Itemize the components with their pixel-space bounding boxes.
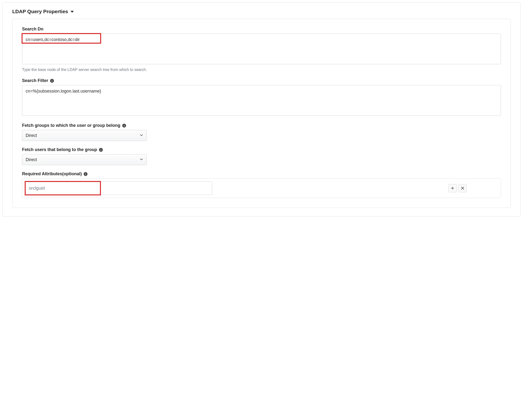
- fetch-groups-label: Fetch groups to which the user or group …: [22, 123, 120, 128]
- search-dn-help: Type the base node of the LDAP server se…: [22, 68, 501, 72]
- fetch-users-value: Direct: [26, 157, 37, 162]
- properties-panel: Search Dn Type the base node of the LDAP…: [12, 19, 511, 208]
- info-icon[interactable]: i: [122, 124, 126, 128]
- section-title: LDAP Query Properties: [12, 9, 68, 14]
- search-dn-input[interactable]: [22, 33, 501, 64]
- svg-rect-9: [451, 188, 454, 189]
- required-attrs-label: Required Attributes(optional): [22, 171, 82, 176]
- required-attrs-input[interactable]: [25, 181, 212, 195]
- fetch-users-select[interactable]: Direct: [22, 154, 147, 165]
- info-icon[interactable]: i: [84, 172, 88, 176]
- svg-marker-10: [461, 187, 464, 190]
- caret-down-icon: [70, 11, 74, 13]
- section-header[interactable]: LDAP Query Properties: [12, 9, 511, 14]
- required-attrs-row: [22, 178, 501, 198]
- field-required-attrs: Required Attributes(optional) i: [22, 171, 501, 198]
- field-fetch-groups: Fetch groups to which the user or group …: [22, 123, 501, 141]
- info-icon[interactable]: i: [50, 79, 54, 83]
- search-filter-input[interactable]: [22, 85, 501, 116]
- field-search-filter: Search Filter i: [22, 78, 501, 117]
- search-filter-label: Search Filter: [22, 78, 48, 83]
- outer-frame: LDAP Query Properties Search Dn Type the…: [2, 2, 521, 216]
- search-dn-label: Search Dn: [22, 27, 501, 32]
- info-icon[interactable]: i: [99, 148, 103, 152]
- field-fetch-users: Fetch users that belong to the group i D…: [22, 147, 501, 165]
- fetch-groups-value: Direct: [26, 133, 37, 138]
- remove-attribute-button[interactable]: [458, 184, 467, 192]
- fetch-groups-select[interactable]: Direct: [22, 130, 147, 141]
- fetch-users-label: Fetch users that belong to the group: [22, 147, 97, 152]
- add-attribute-button[interactable]: [449, 184, 457, 192]
- field-search-dn: Search Dn Type the base node of the LDAP…: [22, 27, 501, 72]
